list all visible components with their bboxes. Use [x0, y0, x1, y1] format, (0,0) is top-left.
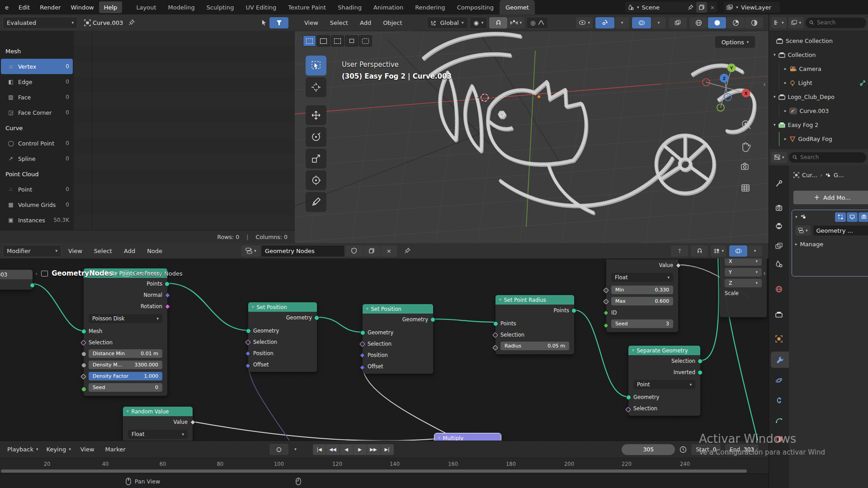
node-menu-node[interactable]: Node — [142, 248, 167, 254]
node-multiply[interactable]: ▾Multiply — [434, 433, 501, 441]
collapse-icon[interactable]: ▾ — [774, 95, 776, 99]
node-menu-add[interactable]: Add — [119, 248, 140, 254]
timeline-scrollbar[interactable] — [1, 469, 747, 473]
view-layer-selector[interactable]: ▾ ViewLayer — [724, 2, 780, 13]
node-menu-select[interactable]: Select — [89, 248, 117, 254]
domain-row-spline[interactable]: ↗Spline0 — [1, 151, 73, 166]
tab-world[interactable] — [769, 281, 789, 297]
modifier-node-group-name[interactable]: Geometry ... — [813, 225, 868, 235]
timeline-ruler[interactable]: 20 40 60 80 100 120 140 160 180 200 220 … — [0, 458, 769, 474]
proportional-edit-controls[interactable]: ◎ — [526, 17, 548, 29]
domain-dropdown[interactable]: Point▾ — [633, 380, 695, 389]
unlink-node-tree-button[interactable]: × — [381, 245, 397, 257]
outliner-row-light[interactable]: ▸ Light — [769, 76, 868, 90]
tab-material[interactable] — [769, 431, 789, 447]
tab-collection[interactable] — [769, 306, 789, 323]
viewport-menu-select[interactable]: Select — [325, 19, 353, 26]
xray-toggle[interactable] — [669, 17, 687, 28]
viewport-menu-view[interactable]: View — [299, 19, 323, 26]
data-type-dropdown[interactable]: Float▾ — [611, 273, 673, 282]
max-field[interactable]: Max0.600 — [611, 297, 673, 305]
select-filter-icon[interactable] — [261, 19, 268, 26]
tab-geometry-nodes[interactable]: Geomet — [500, 0, 535, 14]
node-partial-xyz[interactable]: X▾ Y▾ Z▾ Scale — [720, 258, 767, 317]
keying-menu[interactable]: Keying▾ — [43, 444, 75, 455]
scene-selector[interactable]: ▾ Scene × — [625, 2, 717, 13]
socket-points-out[interactable] — [571, 308, 576, 313]
pin-icon[interactable] — [688, 5, 693, 10]
viewport-menu-object[interactable]: Object — [378, 19, 407, 26]
socket-points-in[interactable] — [493, 321, 498, 326]
select-mode-intersect[interactable] — [359, 35, 372, 47]
jump-to-end-button[interactable]: ▶| — [381, 444, 394, 455]
expand-icon[interactable]: ▸ — [784, 137, 787, 141]
shading-solid-button[interactable] — [708, 17, 726, 28]
rotate-tool[interactable] — [306, 127, 326, 147]
timeline-menu-view[interactable]: View — [75, 446, 99, 453]
tab-tool[interactable] — [769, 175, 789, 192]
manage-subpanel[interactable]: ▸ Manage — [792, 237, 868, 251]
sidebar-toggle-arrow[interactable]: ‹ — [763, 80, 766, 89]
filter-button[interactable] — [269, 17, 288, 28]
distribution-method-dropdown[interactable]: Poisson Disk▾ — [89, 314, 162, 323]
display-realtime-toggle[interactable] — [847, 212, 858, 222]
new-scene-button[interactable] — [696, 2, 707, 13]
node-set-position-2[interactable]: ▾Set Position Geometry Geometry Selectio… — [363, 304, 433, 374]
domain-row-face[interactable]: ▨Face0 — [1, 89, 73, 105]
annotate-tool[interactable] — [306, 192, 326, 212]
next-keyframe-button[interactable]: ▶▶ — [367, 444, 380, 455]
select-mode-subtract[interactable] — [331, 35, 344, 47]
socket-points-out[interactable] — [165, 282, 170, 286]
socket-inverted-out[interactable] — [698, 370, 703, 375]
previous-keyframe-button[interactable]: ◀◀ — [326, 444, 340, 455]
node-group-icon-button[interactable]: ▾ — [795, 225, 811, 235]
linked-data-icon[interactable] — [859, 80, 866, 86]
menu-render[interactable]: Render — [35, 1, 66, 13]
domain-row-point[interactable]: ∴Point0 — [1, 182, 73, 197]
timeline-menu-marker[interactable]: Marker — [100, 446, 131, 453]
distance-min-field[interactable]: Distance Min0.01 m — [89, 349, 162, 358]
tab-object[interactable] — [769, 331, 789, 347]
data-type-dropdown[interactable]: Float▾ — [128, 430, 188, 439]
select-box-tool[interactable] — [306, 56, 326, 75]
current-frame-field[interactable]: 305 — [622, 444, 675, 455]
node-set-position-1[interactable]: ▾Set Position Geometry Geometry Selectio… — [248, 302, 317, 372]
editor-type-button[interactable]: ▾ — [771, 152, 787, 163]
node-random-value-bottom[interactable]: ▾Random Value Value Float▾ — [123, 407, 193, 441]
properties-search[interactable] — [789, 152, 866, 163]
options-button[interactable]: Options▾ — [715, 36, 755, 48]
socket-density-max-in[interactable] — [81, 363, 86, 368]
tab-render[interactable] — [769, 200, 789, 216]
tab-texture-paint[interactable]: Texture Paint — [282, 0, 332, 14]
node-tree-type-icon[interactable]: ▾ — [241, 245, 260, 257]
unlink-scene-button[interactable]: × — [710, 4, 715, 11]
socket-selection-out[interactable] — [698, 359, 703, 364]
view-layer-name[interactable]: ViewLayer — [741, 4, 777, 11]
playback-menu[interactable]: Playback▾ — [4, 444, 42, 455]
outliner-search-input[interactable] — [816, 19, 863, 26]
tab-view-layer[interactable] — [769, 238, 789, 254]
breadcrumb-object[interactable]: Cur... — [802, 172, 817, 178]
tab-shading[interactable]: Shading — [332, 0, 368, 14]
tab-modeling[interactable]: Modeling — [162, 0, 201, 14]
domain-row-instances[interactable]: ▣Instances50.3K — [1, 212, 73, 228]
evaluated-dropdown[interactable]: Evaluated ▾ — [3, 17, 78, 29]
shading-rendered-button[interactable] — [745, 17, 763, 28]
node-random-value-top[interactable]: Value Float▾ Min0.330 Max0.600 ID Seed3 — [606, 259, 678, 332]
collapse-icon[interactable]: ▾ — [774, 123, 776, 127]
node-menu-view[interactable]: View — [63, 248, 87, 254]
density-max-field[interactable]: Density M...3300.000 — [89, 361, 162, 369]
show-overlays-toggle[interactable] — [729, 245, 747, 257]
node-separate-geometry[interactable]: ▾Separate Geometry Selection Inverted Po… — [628, 346, 700, 416]
tab-modifiers[interactable] — [771, 352, 789, 368]
expand-icon[interactable]: ▸ — [784, 67, 787, 71]
copy-node-tree-button[interactable] — [363, 245, 380, 257]
select-mode-new[interactable] — [303, 35, 316, 47]
display-render-toggle[interactable] — [859, 212, 868, 222]
tab-output[interactable] — [769, 218, 789, 234]
node-editor-canvas[interactable]: › GeometryNodes › Geometry Nodes ▾Curve.… — [0, 258, 769, 441]
min-field[interactable]: Min0.330 — [611, 286, 673, 294]
outliner-row-scene-collection[interactable]: Scene Collection — [769, 34, 868, 48]
overlays-dropdown[interactable]: ▾ — [651, 17, 666, 28]
start-frame-field[interactable]: Start0 — [691, 444, 721, 455]
